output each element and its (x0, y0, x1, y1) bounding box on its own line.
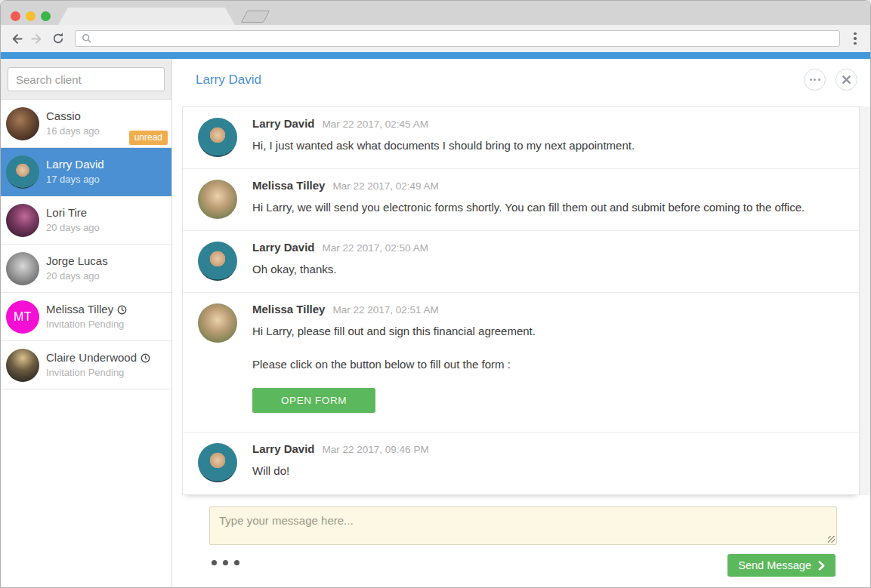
message-group: Larry David Mar 22 2017, 02:45 AM Hi, I … (183, 107, 859, 169)
chat-options-button[interactable] (804, 69, 826, 91)
chat-header: Larry David (172, 59, 870, 100)
client-meta: 17 days ago (46, 174, 104, 186)
client-list-item[interactable]: Larry David 17 days ago (1, 148, 171, 196)
message-group: Larry David Mar 22 2017, 02:50 AM Oh oka… (183, 231, 859, 293)
open-form-button[interactable]: OPEN FORM (252, 388, 375, 413)
message-group: Melissa Tilley Mar 22 2017, 02:49 AM Hi … (183, 169, 859, 231)
message-avatar (198, 303, 237, 343)
client-meta: 20 days ago (46, 270, 108, 282)
message-text: Will do! (252, 462, 429, 479)
client-name: Melissa Tilley (46, 303, 113, 317)
message-timestamp: Mar 22 2017, 02:49 AM (332, 180, 438, 192)
maximize-window-button[interactable] (41, 11, 51, 21)
forward-button[interactable] (26, 28, 48, 49)
message-list: Larry David Mar 22 2017, 02:45 AM Hi, I … (182, 106, 860, 495)
browser-menu-icon[interactable] (848, 32, 863, 45)
browser-titlebar (1, 1, 870, 25)
message-avatar (198, 242, 237, 281)
client-avatar: MT (6, 300, 39, 334)
client-list: Cassio 16 days ago unread Larry David 17… (1, 100, 171, 389)
client-name: Lori Tire (46, 206, 87, 220)
client-meta: 16 days ago (46, 125, 100, 137)
app-top-accent-bar (1, 52, 870, 59)
new-tab-button[interactable] (241, 11, 270, 23)
client-name: Larry David (46, 158, 104, 172)
message-group: Larry David Mar 22 2017, 09:46 PM Will d… (183, 433, 859, 494)
browser-window: Cassio 16 days ago unread Larry David 17… (0, 0, 871, 588)
chat-close-button[interactable] (835, 69, 857, 91)
message-text: Hi Larry, we will send you electronic fo… (252, 199, 805, 216)
message-scrollbar-track[interactable] (860, 106, 870, 495)
minimize-window-button[interactable] (26, 11, 36, 21)
client-name: Jorge Lucas (46, 254, 108, 269)
window-controls (11, 11, 51, 21)
send-message-button[interactable]: Send Message (727, 554, 835, 577)
message-author: Melissa Tilley (252, 303, 325, 316)
client-avatar (6, 107, 39, 140)
message-author: Larry David (252, 241, 315, 254)
message-text: Oh okay, thanks. (252, 260, 428, 278)
message-timestamp: Mar 22 2017, 02:50 AM (323, 242, 428, 254)
pending-clock-icon (117, 305, 127, 315)
close-icon (842, 75, 851, 84)
url-input[interactable] (97, 32, 833, 45)
message-timestamp: Mar 22 2017, 02:51 AM (332, 304, 438, 316)
client-avatar (6, 204, 39, 237)
unread-badge: unread (129, 131, 168, 145)
message-composer (209, 506, 837, 545)
client-list-item[interactable]: MT Melissa Tilley Invitation Pending (1, 293, 171, 341)
chevron-right-icon (818, 561, 825, 571)
message-timestamp: Mar 22 2017, 09:46 PM (323, 444, 429, 455)
chat-area: Larry David Larry David Mar 22 2017, 02:… (172, 59, 870, 587)
client-meta: Invitation Pending (46, 367, 150, 379)
client-sidebar: Cassio 16 days ago unread Larry David 17… (1, 59, 172, 587)
back-button[interactable] (5, 28, 26, 49)
client-search-input[interactable] (8, 67, 165, 91)
pending-clock-icon (141, 353, 150, 363)
browser-navbar (1, 25, 870, 52)
message-group: Melissa Tilley Mar 22 2017, 02:51 AM Hi … (183, 293, 859, 433)
refresh-button[interactable] (48, 28, 69, 49)
message-text: Hi Larry, please fill out and sign this … (252, 322, 536, 420)
client-meta: Invitation Pending (46, 319, 127, 331)
url-bar[interactable] (75, 30, 840, 47)
ellipsis-icon (810, 79, 820, 81)
client-meta: 20 days ago (46, 222, 100, 234)
client-name: Claire Underwood (46, 351, 137, 365)
message-text: Hi, I just wanted ask what documents I s… (252, 137, 635, 154)
client-list-item[interactable]: Lori Tire 20 days ago (1, 196, 171, 245)
client-avatar (6, 252, 39, 285)
message-avatar (198, 180, 237, 219)
client-list-item[interactable]: Jorge Lucas 20 days ago (1, 245, 171, 293)
chat-title: Larry David (196, 72, 261, 88)
client-name: Cassio (46, 109, 81, 124)
message-input[interactable] (209, 506, 837, 545)
message-author: Melissa Tilley (252, 179, 325, 192)
browser-tab[interactable] (58, 8, 235, 25)
client-avatar (6, 349, 39, 382)
composer-options-dots[interactable] (212, 560, 239, 565)
client-search (1, 59, 171, 100)
client-list-item[interactable]: Claire Underwood Invitation Pending (1, 341, 171, 389)
message-author: Larry David (252, 117, 315, 130)
client-avatar (6, 155, 39, 189)
close-window-button[interactable] (11, 11, 20, 21)
message-author: Larry David (252, 442, 315, 455)
search-icon (82, 33, 92, 44)
send-message-label: Send Message (738, 559, 811, 571)
client-list-item[interactable]: Cassio 16 days ago unread (1, 100, 171, 148)
message-avatar (198, 443, 237, 482)
message-timestamp: Mar 22 2017, 02:45 AM (323, 119, 428, 130)
message-avatar (198, 118, 237, 157)
